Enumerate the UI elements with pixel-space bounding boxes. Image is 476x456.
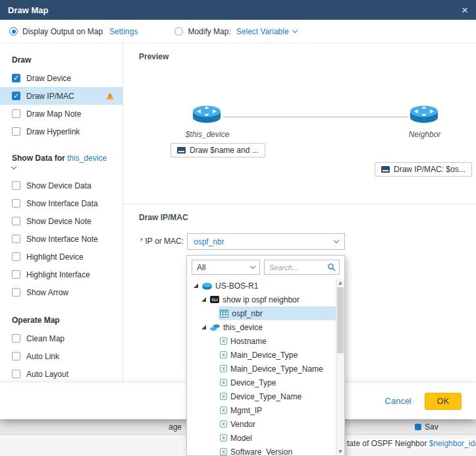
tree-item-show-ip-ospf-neighbor[interactable]: CLIshow ip ospf neighbor xyxy=(187,293,336,306)
settings-link[interactable]: Settings xyxy=(109,27,138,36)
device-icon xyxy=(202,282,212,290)
unchecked-checkbox-icon[interactable] xyxy=(12,334,20,343)
checkbox-item-auto-link[interactable]: Auto Link xyxy=(0,347,122,365)
tree-item-hostname[interactable]: xHostname xyxy=(187,334,336,348)
tree-item-device-type[interactable]: xDevice_Type xyxy=(187,376,336,389)
required-asterisk: * xyxy=(140,237,144,246)
checkbox-item-clean-map[interactable]: Clean Map xyxy=(0,329,122,347)
checkbox-item-show-arrow[interactable]: Show Arrow xyxy=(0,283,122,301)
checkbox-item-show-interface-note[interactable]: Show Interface Note xyxy=(0,230,122,248)
unchecked-checkbox-icon[interactable] xyxy=(12,352,20,360)
dropdown-scrollbar[interactable] xyxy=(336,279,344,455)
background-save-item[interactable]: Sav xyxy=(415,422,438,432)
checkbox-item-highlight-interface[interactable]: Highlight Interface xyxy=(0,266,122,283)
checked-checkbox-icon[interactable] xyxy=(12,74,20,82)
tree-node: xSoftware_Version xyxy=(219,445,336,455)
tree-item-device-type-name[interactable]: xDevice_Type_Name xyxy=(187,389,336,403)
warning-icon xyxy=(106,92,114,100)
close-icon[interactable]: × xyxy=(462,5,468,16)
tree-indent xyxy=(187,293,200,306)
unchecked-checkbox-icon[interactable] xyxy=(12,199,20,208)
variable-icon: x xyxy=(220,365,227,372)
tree-item-ospf-nbr[interactable]: ospf_nbr xyxy=(187,306,336,320)
checked-checkbox-icon[interactable] xyxy=(12,92,20,100)
tree-item-this-device[interactable]: this_device xyxy=(187,320,336,334)
checkbox-item-show-interface-data[interactable]: Show Interface Data xyxy=(0,194,122,212)
checkbox-item-draw-hyperlink[interactable]: Draw Hyperlink xyxy=(0,123,122,140)
checkbox-item-draw-ip-mac[interactable]: Draw IP/MAC xyxy=(0,87,122,105)
tree-node: this_device xyxy=(200,320,336,334)
checkbox-item-show-device-data[interactable]: Show Device Data xyxy=(0,177,122,194)
table-icon xyxy=(220,310,228,318)
tree-item-main-device-type[interactable]: xMain_Device_Type xyxy=(187,348,336,362)
mode-row: Display Output on Map Settings Modify Ma… xyxy=(0,20,476,43)
tree-item-software-version[interactable]: xSoftware_Version xyxy=(187,445,336,455)
expanded-arrow-icon[interactable] xyxy=(201,297,206,302)
radio-display-output-on-map[interactable]: Display Output on Map xyxy=(9,27,103,36)
checkbox-label: Show Interface Data xyxy=(26,199,98,208)
unchecked-checkbox-icon[interactable] xyxy=(12,127,20,136)
unchecked-checkbox-icon[interactable] xyxy=(12,235,20,243)
variable-icon: x xyxy=(220,448,227,455)
checkbox-item-highlight-device[interactable]: Highlight Device xyxy=(0,248,122,266)
tree-label: Vendor xyxy=(230,420,255,429)
radio-modify-map[interactable]: Modify Map: xyxy=(174,27,230,36)
checkbox-label: Highlight Device xyxy=(26,252,84,262)
tree-label: Hostname xyxy=(230,337,267,346)
checkbox-label: Show Device Note xyxy=(26,217,92,226)
scrollbar-thumb[interactable] xyxy=(337,287,344,353)
scroll-up-icon[interactable] xyxy=(336,279,344,287)
expanded-arrow-icon[interactable] xyxy=(194,283,198,288)
device-link-line xyxy=(223,117,408,117)
preview-panel: Preview xyxy=(123,43,476,204)
expanded-arrow-icon[interactable] xyxy=(201,325,206,329)
tree-item-vendor[interactable]: xVendor xyxy=(187,417,336,431)
preview-header: Preview xyxy=(139,52,169,61)
search-input[interactable] xyxy=(268,263,327,272)
tree-item-main-device-type-name[interactable]: xMain_Device_Type_Name xyxy=(187,362,336,376)
checkbox-item-draw-map-note[interactable]: Draw Map Note xyxy=(0,105,122,123)
unchecked-checkbox-icon[interactable] xyxy=(12,288,20,297)
select-variable-dropdown[interactable]: Select Variable xyxy=(236,27,297,36)
draw-ipmac-button[interactable]: Draw IP/MAC: $os... xyxy=(375,162,472,177)
unchecked-checkbox-icon[interactable] xyxy=(12,252,20,261)
checkbox-label: Clean Map xyxy=(26,334,65,343)
tree-indent xyxy=(187,334,219,348)
tree-node: xDevice_Type_Name xyxy=(219,389,336,403)
checkbox-label: Draw Hyperlink xyxy=(26,127,80,136)
filter-type-select[interactable]: All xyxy=(192,260,260,275)
background-partial-text: age xyxy=(169,422,182,432)
draw-name-button-label: Draw $name and ... xyxy=(190,146,259,155)
unchecked-checkbox-icon[interactable] xyxy=(12,181,20,190)
tree-item-model[interactable]: xModel xyxy=(187,431,336,445)
search-icon[interactable] xyxy=(327,263,336,271)
tree-item-mgmt-ip[interactable]: xMgmt_IP xyxy=(187,403,336,417)
checkbox-item-auto-layout[interactable]: Auto Layout xyxy=(0,365,122,383)
neighbor-router-icon[interactable] xyxy=(409,103,439,127)
show-checkbox-group: Show Device DataShow Interface DataShow … xyxy=(0,177,122,301)
select-variable-label: Select Variable xyxy=(236,27,289,36)
ip-or-mac-combobox[interactable]: ospf_nbr xyxy=(187,233,345,250)
tree-label: Device_Type_Name xyxy=(230,392,302,401)
tree-item-us-bos-r1[interactable]: US-BOS-R1 xyxy=(187,279,336,293)
show-data-header: Show Data for this_device xyxy=(0,148,122,177)
draw-action-icon xyxy=(177,147,186,154)
variable-icon: x xyxy=(220,434,227,442)
radio-checked-icon[interactable] xyxy=(9,27,18,36)
radio-unchecked-icon[interactable] xyxy=(174,27,183,36)
checkbox-item-show-device-note[interactable]: Show Device Note xyxy=(0,212,122,230)
draw-name-button[interactable]: Draw $name and ... xyxy=(171,143,265,157)
checkbox-item-draw-device[interactable]: Draw Device xyxy=(0,69,122,87)
tree-node: xMain_Device_Type_Name xyxy=(219,362,336,376)
unchecked-checkbox-icon[interactable] xyxy=(12,217,20,225)
this-device-router-icon[interactable] xyxy=(192,103,222,127)
variable-icon: x xyxy=(220,407,227,414)
unchecked-checkbox-icon[interactable] xyxy=(12,109,20,118)
unchecked-checkbox-icon[interactable] xyxy=(12,370,20,378)
scroll-down-icon[interactable] xyxy=(336,447,344,455)
ok-button[interactable]: OK xyxy=(425,393,462,410)
unchecked-checkbox-icon[interactable] xyxy=(12,270,20,279)
cli-icon: CLI xyxy=(210,296,219,303)
tree-node: CLIshow ip ospf neighbor xyxy=(200,293,336,306)
cancel-button[interactable]: Cancel xyxy=(385,396,411,406)
